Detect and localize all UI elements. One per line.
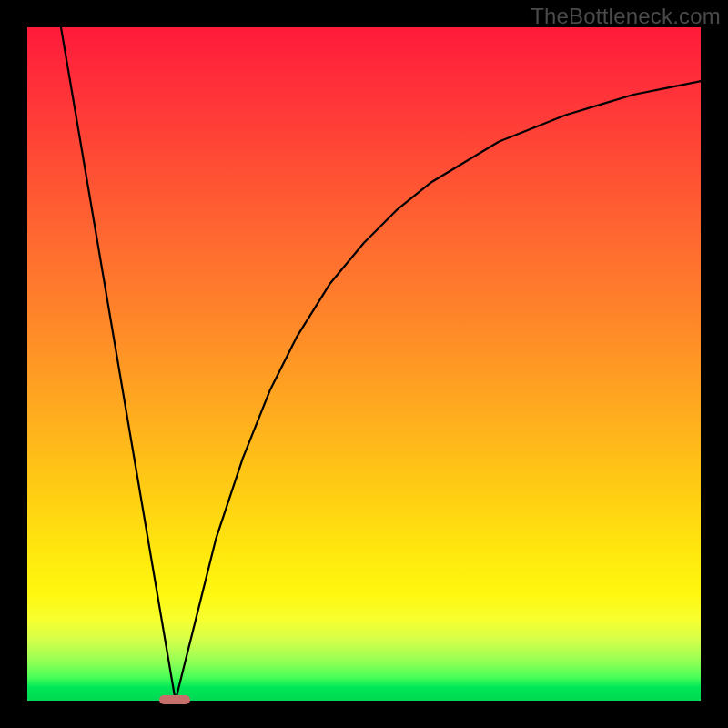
plot-area bbox=[27, 27, 701, 701]
minimum-marker bbox=[159, 695, 190, 704]
chart-stage: TheBottleneck.com bbox=[0, 0, 728, 728]
curve-path bbox=[61, 27, 701, 701]
chart-curve bbox=[27, 27, 701, 701]
watermark-text: TheBottleneck.com bbox=[531, 4, 721, 29]
